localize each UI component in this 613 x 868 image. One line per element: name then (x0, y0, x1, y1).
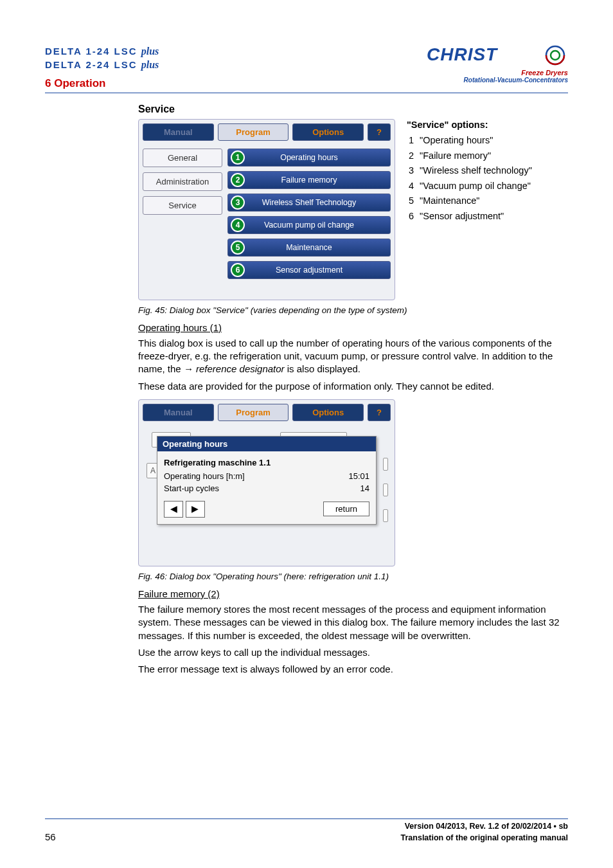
fig46-caption: Fig. 46: Dialog box "Operating hours" (h… (138, 572, 568, 581)
badge-4-icon: 4 (231, 218, 245, 232)
badge-2-icon: 2 (231, 173, 245, 187)
popup-subtitle: Refrigerating maschine 1.1 (164, 455, 369, 470)
service-dialog: Manual Program Options ? General Adminis… (138, 119, 395, 300)
badge-3-icon: 3 (231, 195, 245, 210)
tab-manual-2[interactable]: Manual (143, 404, 214, 421)
left-btn-service[interactable]: Service (143, 196, 222, 215)
left-btn-administration[interactable]: Administration (143, 172, 222, 191)
operating-hours-dialog: Manual Program Options ? General Operati… (138, 399, 395, 566)
tab-program-2[interactable]: Program (218, 404, 289, 421)
footer-translation: Translation of the original operating ma… (401, 833, 568, 842)
btn-operating-hours[interactable]: 1Operating hours (227, 149, 391, 167)
ghost-right-1 (383, 458, 388, 471)
btn-failure-memory[interactable]: 2Failure memory (227, 171, 391, 189)
brand-logo: CHRIST Freeze Dryers Rotational-Vacuum-C… (427, 45, 568, 84)
failure-memory-heading: Failure memory (2) (138, 588, 220, 601)
failure-memory-p3: The error message text is always followe… (138, 663, 568, 676)
tab-manual[interactable]: Manual (143, 123, 214, 141)
ghost-right-2 (383, 484, 388, 496)
section-heading: 6 Operation (45, 77, 159, 90)
page-footer: 56 Version 04/2013, Rev. 1.2 of 20/02/20… (45, 818, 568, 842)
tab-program[interactable]: Program (218, 123, 289, 141)
tab-options[interactable]: Options (292, 123, 364, 141)
logo-subtitle-1: Freeze Dryers (427, 69, 568, 77)
logo-subtitle-2: Rotational-Vacuum-Concentrators (427, 77, 568, 84)
btn-vacuum-oil-change[interactable]: 4Vacuum pump oil change (227, 216, 391, 234)
footer-version: Version 04/2013, Rev. 1.2 of 20/02/2014 … (401, 822, 568, 831)
operating-hours-popup: Operating hours Refrigerating maschine 1… (157, 436, 377, 525)
svg-point-1 (551, 51, 560, 60)
service-options-legend: "Service" options: 1"Operating hours" 2"… (407, 119, 537, 225)
product-line-2: DELTA 2-24 LSC plus (45, 59, 159, 72)
operating-hours-p2: These data are provided for the purpose … (138, 380, 568, 393)
popup-title: Operating hours (157, 437, 376, 451)
page-number: 56 (45, 831, 56, 842)
ghost-right-3 (383, 509, 388, 522)
btn-maintenance[interactable]: 5Maintenance (227, 239, 391, 257)
service-heading: Service (138, 104, 568, 115)
btn-wireless-shelf[interactable]: 3Wireless Shelf Technology (227, 194, 391, 212)
next-button[interactable]: ▶ (186, 501, 205, 518)
return-button[interactable]: return (323, 502, 369, 516)
btn-sensor-adjustment[interactable]: 6Sensor adjustment (227, 261, 391, 279)
tab-help[interactable]: ? (368, 123, 391, 141)
badge-1-icon: 1 (231, 150, 245, 165)
tab-help-2[interactable]: ? (368, 404, 391, 421)
badge-5-icon: 5 (231, 240, 245, 255)
tab-options-2[interactable]: Options (292, 404, 364, 421)
popup-row-hours: Operating hours [h:m]15:01 (164, 470, 369, 482)
left-btn-general[interactable]: General (143, 149, 222, 167)
badge-6-icon: 6 (231, 263, 245, 277)
fig45-caption: Fig. 45: Dialog box "Service" (varies de… (138, 305, 568, 315)
prev-button[interactable]: ◀ (164, 501, 183, 518)
operating-hours-heading: Operating hours (1) (138, 321, 222, 334)
operating-hours-p1: This dialog box is used to call up the n… (138, 337, 568, 376)
popup-row-cycles: Start-up cycles14 (164, 482, 369, 494)
failure-memory-p2: Use the arrow keys to call up the indivi… (138, 646, 568, 659)
logo-text: CHRIST (427, 45, 499, 64)
product-line-1: DELTA 1-24 LSC plus (45, 45, 159, 59)
failure-memory-p1: The failure memory stores the most recen… (138, 603, 568, 642)
header-rule (45, 93, 568, 93)
